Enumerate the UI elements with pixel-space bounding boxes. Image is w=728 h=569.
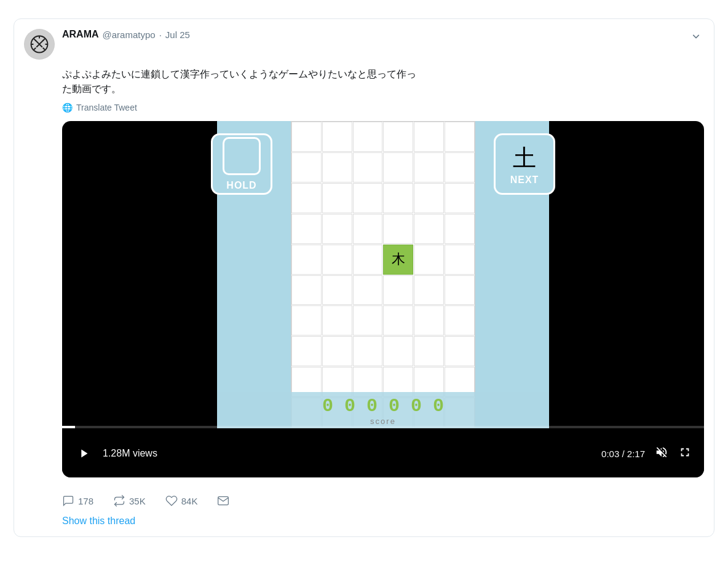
grid-cell bbox=[445, 275, 475, 305]
hold-box: HOLD bbox=[211, 133, 272, 195]
score-d1: 0 bbox=[322, 396, 333, 417]
time-display: 0:03 / 2:17 bbox=[601, 449, 645, 459]
grid-cell bbox=[445, 305, 475, 336]
grid-cell bbox=[383, 152, 413, 182]
score-area: 0 0 0 0 0 0 score bbox=[217, 392, 549, 428]
display-name[interactable]: ARAMA bbox=[62, 29, 99, 40]
like-count: 84K bbox=[181, 496, 198, 506]
grid-cell bbox=[445, 336, 475, 366]
tweet-card: ARAMA @aramatypo · Jul 25 ぷよぷよみたいに連鎖して漢字… bbox=[14, 18, 714, 537]
reply-icon bbox=[62, 495, 74, 507]
more-options-button[interactable] bbox=[688, 29, 704, 45]
score-d2: 0 bbox=[344, 396, 355, 417]
score-digits: 0 0 0 0 0 0 bbox=[217, 396, 549, 417]
grid-cell bbox=[291, 275, 322, 305]
grid-cell bbox=[322, 336, 352, 366]
views-count: 1.28M views bbox=[103, 448, 157, 459]
fullscreen-button[interactable] bbox=[678, 445, 692, 462]
grid-cell bbox=[353, 305, 383, 336]
grid-cell bbox=[383, 122, 413, 152]
grid-cell bbox=[383, 214, 413, 244]
grid-cell bbox=[414, 336, 444, 366]
grid-cell bbox=[414, 183, 444, 213]
score-d5: 0 bbox=[411, 396, 422, 417]
grid-cell bbox=[322, 152, 352, 182]
avatar[interactable] bbox=[24, 29, 55, 60]
hold-label: HOLD bbox=[226, 180, 256, 191]
reply-button[interactable]: 178 bbox=[62, 495, 93, 507]
grid-cell bbox=[383, 305, 413, 336]
game-grid: 木 bbox=[291, 121, 475, 428]
grid-cell bbox=[322, 122, 352, 152]
heart-icon bbox=[165, 495, 178, 507]
active-piece: 木 bbox=[383, 245, 413, 275]
retweet-button[interactable]: 35K bbox=[113, 495, 146, 507]
grid-cell bbox=[414, 245, 444, 275]
grid-cell bbox=[353, 152, 383, 182]
show-thread-link[interactable]: Show this thread bbox=[62, 516, 135, 526]
grid-cell bbox=[353, 275, 383, 305]
translate-row: 🌐 Translate Tweet bbox=[62, 103, 704, 112]
next-label: NEXT bbox=[510, 175, 539, 186]
retweet-icon bbox=[113, 495, 125, 507]
score-d6: 0 bbox=[433, 396, 444, 417]
grid-cell bbox=[291, 245, 322, 275]
tweet-date: Jul 25 bbox=[165, 29, 190, 40]
tweet-actions: 178 35K 84K bbox=[62, 487, 704, 507]
retweet-count: 35K bbox=[129, 496, 146, 506]
game-area: HOLD 土 NEXT bbox=[217, 121, 549, 428]
grid-cell bbox=[322, 275, 352, 305]
grid-cell bbox=[353, 336, 383, 366]
play-button[interactable] bbox=[74, 447, 93, 460]
grid-cell bbox=[414, 305, 444, 336]
next-box: 土 NEXT bbox=[494, 133, 555, 195]
mail-icon bbox=[217, 495, 229, 507]
translate-button[interactable]: Translate Tweet bbox=[76, 103, 137, 112]
grid-cell bbox=[414, 214, 444, 244]
grid-cell bbox=[414, 275, 444, 305]
globe-icon: 🌐 bbox=[62, 103, 73, 112]
grid-cell bbox=[353, 245, 383, 275]
grid-cell bbox=[322, 245, 352, 275]
grid-cell bbox=[291, 305, 322, 336]
mute-button[interactable] bbox=[655, 445, 668, 462]
grid-cell bbox=[291, 336, 322, 366]
score-label: score bbox=[217, 417, 549, 426]
grid-cell bbox=[322, 305, 352, 336]
grid-cell bbox=[353, 214, 383, 244]
video-controls: 1.28M views 0:03 / 2:17 bbox=[62, 430, 704, 477]
grid-cell bbox=[291, 152, 322, 182]
dot-separator: · bbox=[159, 29, 162, 40]
grid-cell bbox=[383, 336, 413, 366]
reply-count: 178 bbox=[78, 496, 93, 506]
grid-cell bbox=[291, 214, 322, 244]
video-inner: HOLD 土 NEXT bbox=[62, 121, 704, 477]
score-d3: 0 bbox=[366, 396, 378, 417]
progress-bar-fill bbox=[62, 426, 75, 428]
grid-cell bbox=[322, 183, 352, 213]
progress-bar-track[interactable] bbox=[62, 426, 704, 428]
grid-cell bbox=[445, 245, 475, 275]
user-info: ARAMA @aramatypo · Jul 25 bbox=[62, 29, 688, 40]
grid-cell bbox=[322, 214, 352, 244]
grid-cell bbox=[353, 122, 383, 152]
tweet-text: ぷよぷよみたいに連鎖して漢字作っていくようなゲームやりたいなと思って作っ た動画… bbox=[62, 67, 704, 96]
username[interactable]: @aramatypo bbox=[103, 29, 156, 40]
grid-cell bbox=[445, 122, 475, 152]
grid-cell bbox=[445, 183, 475, 213]
grid-cell bbox=[414, 122, 444, 152]
like-button[interactable]: 84K bbox=[165, 495, 198, 507]
next-kanji: 土 bbox=[513, 146, 536, 170]
grid-cell bbox=[291, 122, 322, 152]
grid-cell bbox=[291, 183, 322, 213]
grid-cell bbox=[383, 275, 413, 305]
score-d4: 0 bbox=[389, 396, 400, 417]
grid-cell bbox=[414, 152, 444, 182]
grid-cell bbox=[353, 183, 383, 213]
dm-button[interactable] bbox=[217, 495, 229, 507]
video-player[interactable]: HOLD 土 NEXT bbox=[62, 121, 704, 477]
grid-cell bbox=[445, 214, 475, 244]
grid-cell bbox=[445, 152, 475, 182]
tweet-header: ARAMA @aramatypo · Jul 25 bbox=[24, 29, 704, 60]
show-thread[interactable]: Show this thread bbox=[62, 516, 704, 527]
